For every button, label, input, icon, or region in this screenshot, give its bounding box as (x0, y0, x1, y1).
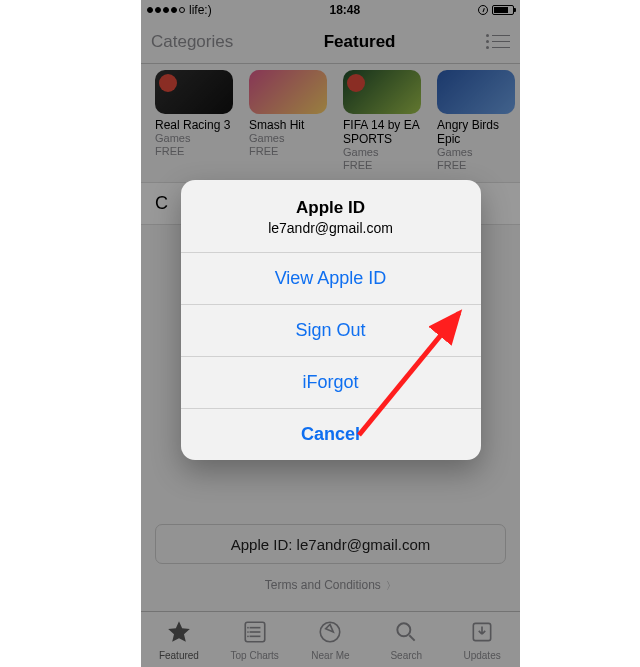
alert-title: Apple ID (197, 198, 465, 218)
alert-subtitle: le7andr@gmail.com (197, 220, 465, 236)
view-apple-id-button[interactable]: View Apple ID (181, 252, 481, 304)
sign-out-button[interactable]: Sign Out (181, 304, 481, 356)
alert-header: Apple ID le7andr@gmail.com (181, 180, 481, 252)
iforgot-button[interactable]: iForgot (181, 356, 481, 408)
apple-id-alert: Apple ID le7andr@gmail.com View Apple ID… (181, 180, 481, 460)
cancel-button[interactable]: Cancel (181, 408, 481, 460)
phone-screen: life:) 18:48 Categories Featured Real Ra… (141, 0, 520, 667)
